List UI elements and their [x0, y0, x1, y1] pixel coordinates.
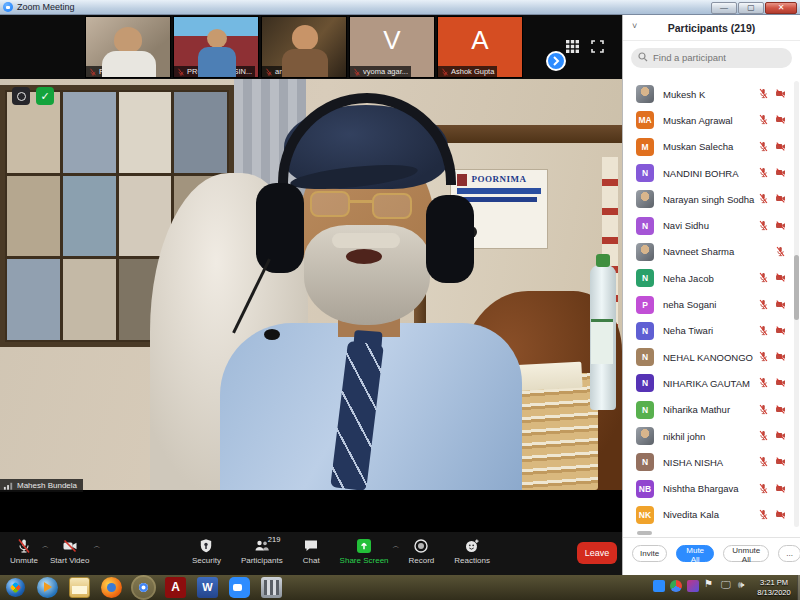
headphone-right-cup — [426, 195, 474, 283]
movie-maker-icon[interactable] — [261, 577, 282, 598]
panel-collapse-icon[interactable]: ˅ — [632, 21, 637, 31]
filmstrip-thumbnail[interactable]: rect x="6.2" y="1.5" width="3.6" height=… — [173, 16, 259, 78]
thumbnail-name-label: rect x="6.2" y="1.5" width="3.6" height=… — [86, 66, 152, 77]
reactions-button[interactable]: Reactions — [448, 536, 496, 567]
word-icon[interactable] — [197, 577, 218, 598]
participant-letter-avatar: P — [636, 296, 654, 314]
participant-letter-avatar: N — [636, 453, 654, 471]
participant-row[interactable]: Mukesh K — [623, 81, 793, 107]
minimize-button[interactable]: — — [711, 2, 737, 14]
chrome-icon[interactable] — [133, 577, 154, 598]
participants-button[interactable]: 219Participants — [235, 536, 289, 567]
meeting-info-icon[interactable] — [12, 87, 30, 105]
panel-scrollbar-thumb[interactable] — [794, 255, 799, 320]
participant-name: Neha Jacob — [663, 273, 758, 284]
filmstrip-thumbnail[interactable]: Vrect x="6.2" y="1.5" width="3.6" height… — [349, 16, 435, 78]
participant-row[interactable]: NKNivedita Kala — [623, 502, 793, 528]
more-options-button[interactable]: ... — [778, 545, 800, 562]
participant-row[interactable]: NNIHARIKA GAUTAM — [623, 370, 793, 396]
thumbnail-name-label: rect x="6.2" y="1.5" width="3.6" height=… — [438, 66, 497, 77]
participant-row[interactable]: Narayan singh Sodha — [623, 186, 793, 212]
fullscreen-icon[interactable] — [591, 39, 604, 52]
video-off-icon — [775, 138, 786, 156]
chat-button[interactable]: Chat — [297, 536, 326, 567]
zoom-taskbar-icon[interactable] — [229, 577, 250, 598]
record-icon — [413, 538, 429, 554]
participant-letter-avatar: N — [636, 374, 654, 392]
firefox-icon[interactable] — [101, 577, 122, 598]
participant-row[interactable]: nikhil john — [623, 423, 793, 449]
participant-row[interactable]: MAMuskan Agrawal — [623, 107, 793, 133]
participant-row[interactable]: NNiharika Mathur — [623, 397, 793, 423]
tray-app-icon[interactable] — [687, 580, 699, 592]
mic-muted-icon — [758, 296, 769, 314]
leave-button[interactable]: Leave — [577, 542, 617, 564]
mic-muted-icon — [758, 374, 769, 392]
mustache — [332, 233, 400, 248]
participant-row[interactable]: NNeha Tiwari — [623, 318, 793, 344]
toolbar-item-label: Security — [192, 556, 221, 565]
participant-row[interactable]: MMuskan Salecha — [623, 134, 793, 160]
mic-muted-icon — [758, 348, 769, 366]
find-participant-input[interactable] — [631, 48, 792, 68]
participant-row[interactable]: NNavi Sidhu — [623, 212, 793, 238]
security-button[interactable]: Security — [186, 536, 227, 567]
participant-name: Niharika Mathur — [663, 404, 758, 415]
mouth — [346, 249, 382, 264]
participants-list: Mukesh KMAMuskan AgrawalMMuskan SalechaN… — [623, 81, 793, 529]
participant-row[interactable]: NNANDINI BOHRA — [623, 160, 793, 186]
panel-scrollbar-track[interactable] — [794, 81, 799, 527]
file-explorer-icon[interactable] — [69, 577, 90, 598]
mute-all-button[interactable]: Mute All — [676, 545, 714, 562]
filmstrip-thumbnail[interactable]: rect x="6.2" y="1.5" width="3.6" height=… — [85, 16, 171, 78]
volume-icon[interactable] — [738, 580, 750, 592]
close-button[interactable]: ✕ — [765, 2, 797, 14]
chevron-up-icon[interactable]: ︿ — [93, 541, 100, 551]
media-player-icon[interactable] — [37, 577, 58, 598]
participant-row[interactable]: NBNishtha Bhargava — [623, 475, 793, 501]
action-center-flag-icon[interactable] — [704, 580, 716, 592]
adobe-reader-icon[interactable] — [165, 577, 186, 598]
participant-row[interactable]: Navneet Sharma — [623, 239, 793, 265]
taskbar-clock[interactable]: 3:21 PM 8/13/2020 — [752, 578, 796, 597]
tray-zoom-icon[interactable] — [653, 580, 665, 592]
window-titlebar[interactable]: Zoom Meeting — ▢ ✕ — [0, 0, 800, 15]
network-icon[interactable] — [721, 580, 733, 592]
participant-row[interactable]: Pneha Sogani — [623, 291, 793, 317]
participant-letter-avatar: N — [636, 348, 654, 366]
record-button[interactable]: Record — [403, 536, 441, 567]
chevron-up-icon[interactable]: ︿ — [393, 541, 400, 551]
avatar-letter: V — [350, 25, 434, 56]
mic-muted-icon — [758, 322, 769, 340]
participant-name: nikhil john — [663, 431, 758, 442]
maximize-button[interactable]: ▢ — [738, 2, 764, 14]
start-video-button[interactable]: Start Video︿ — [44, 536, 95, 567]
filmstrip-thumbnail[interactable]: Arect x="6.2" y="1.5" width="3.6" height… — [437, 16, 523, 78]
share-screen-button[interactable]: Share Screen︿ — [334, 536, 395, 567]
mic-tip — [264, 329, 280, 340]
participant-row[interactable]: NNeha Jacob — [623, 265, 793, 291]
participant-name: NIHARIKA GAUTAM — [663, 378, 758, 389]
water-bottle — [590, 265, 616, 410]
unmute-button[interactable]: Unmute︿ — [4, 536, 44, 567]
participant-row[interactable]: NNISHA NISHA — [623, 449, 793, 475]
start-button[interactable] — [6, 578, 25, 597]
thumbnail-name-label: rect x="6.2" y="1.5" width="3.6" height=… — [262, 66, 317, 77]
muted-mic-icon: rect x="6.2" y="1.5" width="3.6" height=… — [89, 68, 97, 76]
muted-mic-icon: rect x="6.2" y="1.5" width="3.6" height=… — [177, 68, 185, 76]
mic-muted-icon — [758, 453, 769, 471]
video-off-icon — [775, 322, 786, 340]
participant-row[interactable]: NNEHAL KANOONGO — [623, 344, 793, 370]
tray-chrome-icon[interactable] — [670, 580, 682, 592]
next-page-arrow-button[interactable] — [546, 51, 566, 71]
encryption-shield-icon[interactable]: ✓ — [36, 87, 54, 105]
participant-photo-avatar — [636, 243, 654, 261]
muted-mic-icon: rect x="6.2" y="1.5" width="3.6" height=… — [265, 68, 273, 76]
filmstrip-thumbnail[interactable]: rect x="6.2" y="1.5" width="3.6" height=… — [261, 16, 347, 78]
invite-button[interactable]: Invite — [632, 545, 667, 562]
gallery-view-icon[interactable] — [566, 39, 579, 52]
participants-panel: ˅ Participants (219) Mukesh KMAMuskan Ag… — [622, 15, 800, 575]
people-icon: 219 — [254, 538, 270, 554]
unmute-all-button[interactable]: Unmute All — [723, 545, 769, 562]
thumbnail-name-label: rect x="6.2" y="1.5" width="3.6" height=… — [174, 66, 255, 77]
